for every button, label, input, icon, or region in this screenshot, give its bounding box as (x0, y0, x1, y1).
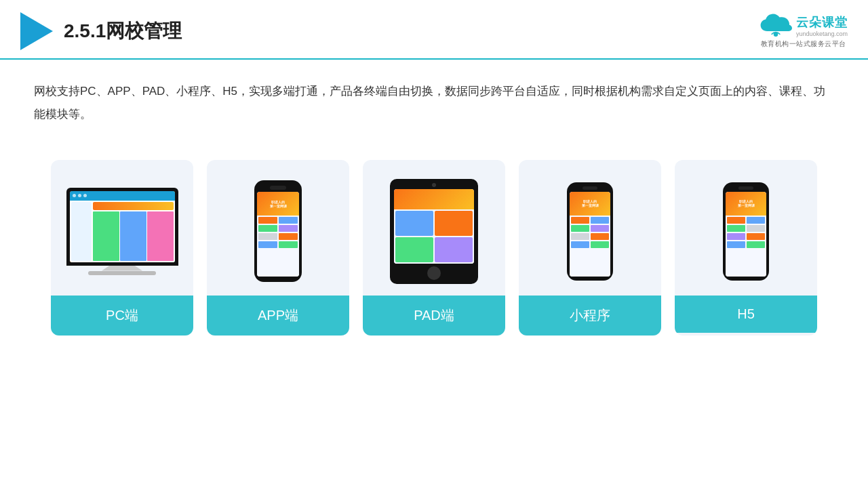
h5-label: H5 (675, 296, 817, 333)
brand-logo: 云朵课堂 yunduoketang.com 教育机构一站式服务云平台 (760, 14, 848, 49)
pad-label: PAD端 (363, 296, 505, 336)
miniprogram-label: 小程序 (519, 296, 661, 336)
play-icon (20, 12, 53, 50)
app-label: APP端 (207, 296, 349, 336)
h5-device: 职进人的第一堂网课 (723, 182, 769, 281)
card-miniprogram: 职进人的第一堂网课 (519, 160, 661, 336)
brand-name: 云朵课堂 yunduoketang.com (796, 14, 848, 37)
wechat-device: 职进人的第一堂网课 (567, 182, 613, 281)
description-text: 网校支持PC、APP、PAD、小程序、H5，实现多端打通，产品各终端自由切换，数… (0, 60, 868, 140)
pc-image-area (51, 160, 193, 296)
card-app: 职进人的第一堂网课 (207, 160, 349, 336)
device-cards: PC端 职进人的第一堂网课 (0, 146, 868, 349)
miniprogram-image-area: 职进人的第一堂网课 (519, 160, 661, 296)
mobile-device: 职进人的第一堂网课 (254, 180, 302, 282)
pc-screen-outer (66, 188, 178, 266)
brand-slogan: 教育机构一站式服务云平台 (761, 39, 846, 49)
card-pc: PC端 (51, 160, 193, 336)
pc-screen-inner (70, 191, 175, 262)
page-title: 2.5.1网校管理 (64, 18, 182, 44)
cloud-svg-icon (760, 14, 792, 38)
h5-image-area: 职进人的第一堂网课 (675, 160, 817, 296)
tablet-device (390, 179, 478, 284)
pad-image-area (363, 160, 505, 296)
header-left: 2.5.1网校管理 (20, 12, 182, 50)
pc-label: PC端 (51, 296, 193, 336)
app-image-area: 职进人的第一堂网课 (207, 160, 349, 296)
card-h5: 职进人的第一堂网课 (675, 160, 817, 336)
cloud-logo: 云朵课堂 yunduoketang.com (760, 14, 848, 38)
pc-device (63, 188, 182, 275)
page-header: 2.5.1网校管理 云朵课堂 yunduoketang.com 教育机构一站式服… (0, 0, 868, 60)
card-pad: PAD端 (363, 160, 505, 336)
